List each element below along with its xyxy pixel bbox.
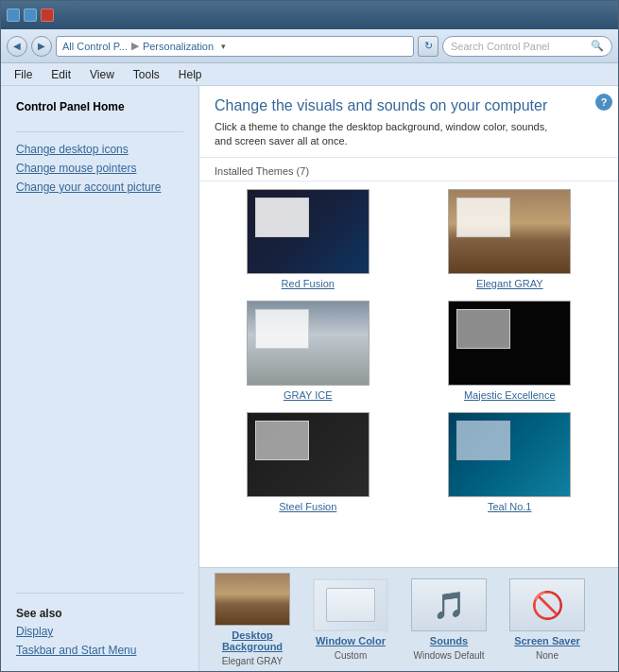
menu-help[interactable]: Help [171,66,210,83]
sidebar-link-mouse-pointers[interactable]: Change mouse pointers [1,159,198,178]
address-path[interactable]: All Control P... ▶ Personalization ▾ [56,36,414,57]
theme-preview-steel [247,412,370,497]
sidebar-link-account-picture[interactable]: Change your account picture [1,178,198,197]
theme-name-steel: Steel Fusion [279,501,336,512]
sidebar-control-panel-home[interactable]: Control Panel Home [1,97,198,116]
minimize-button[interactable] [7,9,20,22]
window-color-swatch [326,588,375,622]
theme-name-teal: Teal No.1 [488,501,531,512]
page-title: Change the visuals and sounds on your co… [215,97,603,114]
window-color-icon-box [313,578,388,631]
themes-area: Installed Themes (7) Red Fusion Elegant … [199,158,618,567]
theme-item-elegant-gray[interactable]: Elegant GRAY [417,189,604,289]
sidebar-divider-1 [16,131,183,132]
screen-saver-label: Screen Saver [514,635,580,646]
bottom-item-sounds[interactable]: 🎵 Sounds Windows Default [411,578,487,661]
search-placeholder: Search Control Panel [451,41,550,52]
help-button[interactable]: ? [595,94,612,111]
sidebar-link-display[interactable]: Display [1,622,198,641]
title-bar [1,1,618,29]
search-box[interactable]: Search Control Panel 🔍 [442,36,612,57]
forward-button[interactable]: ▶ [31,36,52,57]
menu-tools[interactable]: Tools [126,66,167,83]
sounds-label: Sounds [430,635,468,646]
bottom-strip: DesktopBackground Elegant GRAY Window Co… [199,567,618,671]
path-separator: ▶ [131,40,139,52]
sidebar-link-desktop-icons[interactable]: Change desktop icons [1,140,198,159]
menu-edit[interactable]: Edit [43,66,78,83]
theme-preview-red-fusion [247,189,370,274]
refresh-button[interactable]: ↻ [418,36,438,57]
bottom-item-window-color[interactable]: Window Color Custom [313,578,388,661]
back-button[interactable]: ◀ [7,36,27,57]
path-dropdown-icon[interactable]: ▾ [221,42,226,51]
screen-saver-sublabel: None [536,650,559,661]
maximize-button[interactable] [24,9,37,22]
theme-preview-elegant-gray [448,189,571,274]
screen-saver-icon: 🚫 [531,590,564,621]
theme-name-majestic: Majestic Excellence [464,389,556,401]
address-bar: ◀ ▶ All Control P... ▶ Personalization ▾… [1,29,618,63]
sounds-icon: 🎵 [433,590,466,621]
search-icon: 🔍 [591,40,604,52]
theme-preview-majestic [448,301,571,386]
theme-item-red-fusion[interactable]: Red Fusion [215,189,402,289]
sounds-icon-box: 🎵 [411,578,487,631]
desktop-bg-label: DesktopBackground [222,629,283,652]
close-button[interactable] [41,9,54,22]
content-description: Click a theme to change the desktop back… [215,120,603,149]
screen-saver-icon-box: 🚫 [509,578,585,631]
themes-scroll-container[interactable]: Red Fusion Elegant GRAY GRAY ICE [199,181,618,567]
theme-name-elegant-gray: Elegant GRAY [476,278,543,289]
see-also-heading: See also [1,601,198,622]
themes-header: Installed Themes (7) [199,158,618,181]
theme-name-gray-ice: GRAY ICE [284,389,333,401]
main-window: ◀ ▶ All Control P... ▶ Personalization ▾… [0,0,619,672]
theme-preview-teal [448,412,571,497]
window-color-sublabel: Custom [335,650,367,661]
theme-item-steel[interactable]: Steel Fusion [215,412,402,512]
path-current: Personalization [143,41,214,52]
path-prefix: All Control P... [62,41,128,52]
menu-view[interactable]: View [82,66,122,83]
sidebar-divider-2 [16,593,183,594]
bottom-item-screen-saver[interactable]: 🚫 Screen Saver None [509,578,585,661]
menu-file[interactable]: File [7,66,40,83]
bottom-item-desktop-bg[interactable]: DesktopBackground Elegant GRAY [215,573,290,666]
content-area: ? Change the visuals and sounds on your … [199,86,618,671]
theme-name-red-fusion: Red Fusion [282,278,335,289]
window-color-label: Window Color [316,635,386,646]
desktop-bg-thumbnail [215,573,290,626]
theme-preview-gray-ice [247,301,370,386]
theme-item-gray-ice[interactable]: GRAY ICE [215,301,402,401]
content-header: Change the visuals and sounds on your co… [199,86,618,158]
themes-grid: Red Fusion Elegant GRAY GRAY ICE [215,189,603,512]
menu-bar: File Edit View Tools Help [1,63,618,86]
sounds-sublabel: Windows Default [413,650,484,661]
theme-item-majestic[interactable]: Majestic Excellence [417,301,604,401]
sidebar: Control Panel Home Change desktop icons … [1,86,199,671]
sidebar-link-taskbar[interactable]: Taskbar and Start Menu [1,641,198,660]
sidebar-bottom: See also Display Taskbar and Start Menu [1,585,198,660]
main-layout: Control Panel Home Change desktop icons … [1,86,618,671]
desktop-bg-sublabel: Elegant GRAY [222,656,283,666]
theme-item-teal[interactable]: Teal No.1 [417,412,604,512]
